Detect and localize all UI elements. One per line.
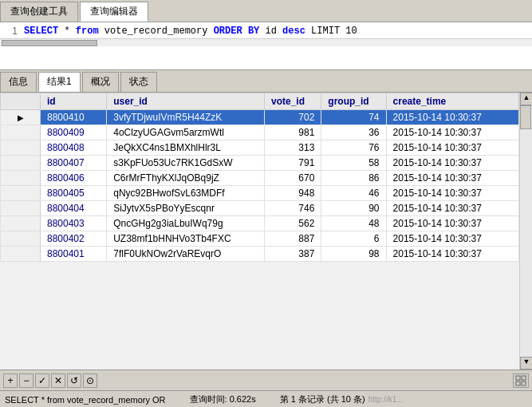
cell-id: 8800408 [41, 140, 107, 156]
tab-info[interactable]: 信息 [0, 72, 37, 92]
cell-group_id: 90 [321, 201, 386, 216]
scroll-track[interactable] [520, 105, 532, 357]
col-header-user_id[interactable]: user_id [107, 93, 265, 110]
table-row[interactable]: ▶88004103vfyTDjwuIVmR5H44ZzK702742015-10… [1, 110, 519, 125]
cell-user_id: 3vfyTDjwuIVmR5H44ZzK [107, 110, 265, 125]
cell-id: 8800409 [41, 125, 107, 140]
status-query-text: SELECT * from vote_record_memory OR [5, 395, 166, 405]
cell-group_id: 98 [321, 247, 386, 262]
cell-create_time: 2015-10-14 10:30:37 [386, 171, 518, 186]
sql-text: SELECT * from vote_record_memory ORDER B… [24, 26, 532, 37]
cell-group_id: 58 [321, 156, 386, 171]
row-indicator: ▶ [1, 110, 41, 125]
results-area: 信息 结果1 概况 状态 id user_id vote_id group_id [0, 70, 532, 390]
cell-user_id: 4oClzyUGAGvm5arzmWtl [107, 125, 265, 140]
top-tab-bar: 查询创建工具 查询编辑器 [0, 0, 532, 22]
cell-create_time: 2015-10-14 10:30:37 [386, 201, 518, 216]
cancel-btn[interactable]: ✕ [51, 373, 65, 388]
table-toolbar: + − ✓ ✕ ↺ ⊙ [0, 369, 532, 390]
cell-user_id: 7flF0UkNOw2rVaREvqrO [107, 247, 265, 262]
cell-vote_id: 670 [265, 171, 321, 186]
col-header-create_time[interactable]: create_time [386, 93, 518, 110]
table-row[interactable]: 8800404SiJytvX5sPBoYyEscqnr746902015-10-… [1, 201, 519, 216]
table-row[interactable]: 8800408JeQkXC4ns1BMXhlHlr3L313762015-10-… [1, 140, 519, 156]
cell-vote_id: 387 [265, 247, 321, 262]
cell-group_id: 48 [321, 216, 386, 231]
row-indicator-header [1, 93, 41, 110]
cell-group_id: 74 [321, 110, 386, 125]
cell-id: 8800406 [41, 171, 107, 186]
sql-limit: LIMIT 10 [311, 26, 357, 37]
cell-group_id: 36 [321, 125, 386, 140]
cell-id: 8800402 [41, 231, 107, 247]
cell-user_id: s3KpFUo53Uc7RK1GdSxW [107, 156, 265, 171]
cell-vote_id: 791 [265, 156, 321, 171]
cell-vote_id: 887 [265, 231, 321, 247]
export-btn[interactable]: ⊙ [83, 373, 97, 388]
cell-user_id: QncGHg2g3iaLbuIWq79g [107, 216, 265, 231]
vertical-scrollbar[interactable]: ▲ ▼ [519, 93, 532, 369]
cell-vote_id: 702 [265, 110, 321, 125]
cell-id: 8800403 [41, 216, 107, 231]
status-time: 查询时间: 0.622s [190, 393, 256, 405]
table-scroll-area[interactable]: id user_id vote_id group_id create_time … [0, 93, 519, 369]
cell-create_time: 2015-10-14 10:30:37 [386, 216, 518, 231]
cell-id: 8800410 [41, 110, 107, 125]
refresh-btn[interactable]: ↺ [67, 373, 81, 388]
scroll-up-btn[interactable]: ▲ [520, 93, 532, 105]
cell-vote_id: 313 [265, 140, 321, 156]
cell-create_time: 2015-10-14 10:30:37 [386, 140, 518, 156]
cell-user_id: SiJytvX5sPBoYyEscqnr [107, 201, 265, 216]
row-indicator [1, 140, 41, 156]
svg-rect-2 [516, 381, 520, 385]
sql-editor[interactable]: 1 SELECT * from vote_record_memory ORDER… [0, 22, 532, 70]
tab-status[interactable]: 状态 [120, 72, 157, 92]
toolbar-right [513, 373, 529, 388]
scroll-thumb[interactable] [520, 105, 531, 129]
sql-table: vote_record_memory [104, 26, 214, 37]
table-row[interactable]: 8800407s3KpFUo53Uc7RK1GdSxW791582015-10-… [1, 156, 519, 171]
scroll-down-btn[interactable]: ▼ [520, 357, 532, 369]
tab-overview[interactable]: 概况 [82, 72, 119, 92]
row-indicator [1, 216, 41, 231]
confirm-btn[interactable]: ✓ [35, 373, 49, 388]
cell-group_id: 6 [321, 231, 386, 247]
cell-user_id: JeQkXC4ns1BMXhlHlr3L [107, 140, 265, 156]
table-row[interactable]: 88004094oClzyUGAGvm5arzmWtl981362015-10-… [1, 125, 519, 140]
grid-view-btn[interactable] [513, 373, 529, 388]
watermark-text: http://k1... [368, 395, 404, 404]
cell-user_id: C6rMrFThyKXlJqOBq9jZ [107, 171, 265, 186]
col-header-vote_id[interactable]: vote_id [265, 93, 321, 110]
table-row[interactable]: 8800402UZ38mf1bHNHVo3Tb4FXC88762015-10-1… [1, 231, 519, 247]
table-row[interactable]: 8800405qNyc92BHwofSvL63MDFf948462015-10-… [1, 186, 519, 201]
svg-rect-3 [522, 381, 526, 385]
tab-query-editor[interactable]: 查询编辑器 [80, 2, 148, 22]
table-row[interactable]: 8800403QncGHg2g3iaLbuIWq79g562482015-10-… [1, 216, 519, 231]
add-btn[interactable]: + [3, 373, 18, 388]
svg-rect-0 [516, 376, 520, 380]
row-indicator [1, 156, 41, 171]
tab-query-builder[interactable]: 查询创建工具 [0, 2, 78, 22]
cell-user_id: UZ38mf1bHNHVo3Tb4FXC [107, 231, 265, 247]
remove-btn[interactable]: − [19, 373, 33, 388]
table-row[interactable]: 8800406C6rMrFThyKXlJqOBq9jZ670862015-10-… [1, 171, 519, 186]
line-number: 1 [0, 26, 24, 37]
cell-create_time: 2015-10-14 10:30:37 [386, 231, 518, 247]
col-header-id[interactable]: id [41, 93, 107, 110]
sql-wildcard: * [64, 26, 75, 37]
table-header-row: id user_id vote_id group_id create_time [1, 93, 519, 110]
editor-horizontal-scroll[interactable] [0, 38, 532, 46]
editor-scrollbar-thumb[interactable] [2, 40, 97, 46]
row-indicator [1, 201, 41, 216]
grid-icon [515, 375, 526, 386]
cell-group_id: 86 [321, 171, 386, 186]
row-indicator [1, 247, 41, 262]
row-indicator [1, 171, 41, 186]
col-header-group_id[interactable]: group_id [321, 93, 386, 110]
cell-group_id: 46 [321, 186, 386, 201]
row-indicator [1, 186, 41, 201]
cell-create_time: 2015-10-14 10:30:37 [386, 247, 518, 262]
keyword-desc: desc [282, 26, 305, 37]
tab-results1[interactable]: 结果1 [38, 72, 81, 92]
table-row[interactable]: 88004017flF0UkNOw2rVaREvqrO387982015-10-… [1, 247, 519, 262]
